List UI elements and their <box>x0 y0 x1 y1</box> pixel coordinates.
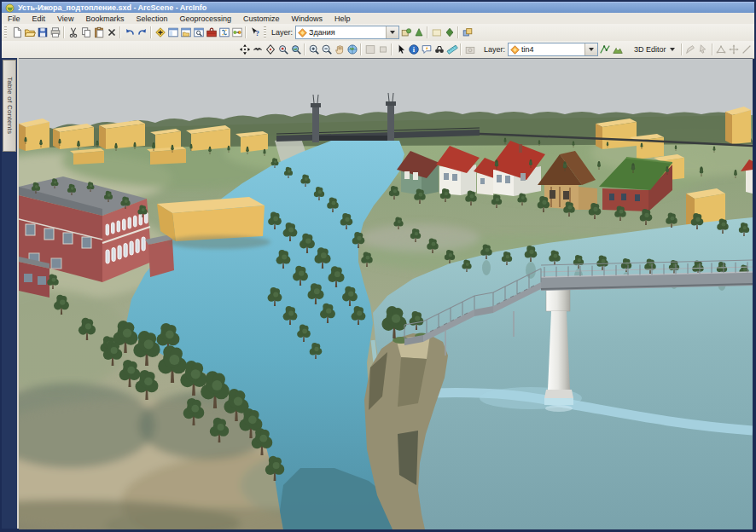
toolbar-separator <box>457 26 459 38</box>
scene-viewport-frame <box>19 58 753 529</box>
sketch-trace-icon[interactable] <box>715 43 728 57</box>
toolbar-grip[interactable] <box>264 26 266 38</box>
tin-layer-value: tin4 <box>521 45 584 54</box>
toolbar-separator <box>427 26 428 38</box>
menu-selection[interactable]: Selection <box>130 14 173 24</box>
3d-editor-label: 3D Editor <box>634 45 666 54</box>
find-icon[interactable] <box>433 43 445 57</box>
menu-bookmarks[interactable]: Bookmarks <box>79 14 130 24</box>
add-data-icon[interactable] <box>154 26 166 40</box>
measure-icon[interactable] <box>445 43 458 57</box>
edit-tool-icon[interactable] <box>697 43 710 57</box>
toc-collapsed-tab[interactable]: Table of Contents <box>3 60 16 152</box>
tin-edit-icon[interactable] <box>598 43 611 57</box>
observer-point-icon[interactable] <box>289 43 302 57</box>
prev-view-icon[interactable] <box>363 43 376 57</box>
tin-surface-icon[interactable] <box>611 43 624 57</box>
lighting-icon[interactable] <box>443 26 456 40</box>
effects-layer-value: Здания <box>309 28 386 37</box>
scene-3d-view[interactable] <box>19 59 753 529</box>
3d-editor-dropdown[interactable]: 3D Editor <box>630 43 679 57</box>
yellow-block-building <box>157 197 270 249</box>
transparency-icon[interactable] <box>430 26 443 40</box>
menu-help[interactable]: Help <box>329 14 357 24</box>
chevron-down-icon <box>670 48 675 51</box>
tin-layer-combobox[interactable]: tin4 <box>508 43 598 56</box>
effects-layer-label: Layer: <box>271 28 293 37</box>
toolbar-separator <box>63 26 65 38</box>
toolbar-separator <box>391 43 393 55</box>
toc-tab-label: Table of Contents <box>6 77 14 134</box>
undo-icon[interactable] <box>123 26 136 40</box>
zoom-to-target-icon[interactable] <box>276 43 289 57</box>
arcscene-app-icon <box>5 3 15 13</box>
move-icon[interactable] <box>728 43 741 57</box>
save-icon[interactable] <box>36 26 49 40</box>
identify-icon[interactable]: i <box>407 43 420 57</box>
toolbar-standard: ? Layer: Здания <box>2 24 754 42</box>
depth-priority-icon[interactable] <box>412 26 425 40</box>
zoom-out-icon[interactable] <box>320 43 333 57</box>
toolbar-grip[interactable] <box>4 26 7 38</box>
navigate-icon[interactable] <box>238 43 251 57</box>
open-document-icon[interactable] <box>23 26 36 40</box>
effects-layer-combobox[interactable]: Здания <box>295 26 399 39</box>
split-icon[interactable] <box>741 43 753 57</box>
toolbar-separator <box>712 43 713 55</box>
menu-bar: File Edit View Bookmarks Selection Geopr… <box>2 13 754 25</box>
paste-icon[interactable] <box>92 26 105 40</box>
menu-file[interactable]: File <box>2 14 26 24</box>
arcscene-window: Усть-Ижора_подтопление.sxd - ArcScene - … <box>0 0 756 532</box>
face-culling-icon[interactable] <box>399 26 412 40</box>
toolbar-separator <box>245 26 247 38</box>
next-view-icon[interactable] <box>376 43 389 57</box>
python-window-icon[interactable] <box>218 26 230 40</box>
arctoolbox-icon[interactable] <box>205 26 218 40</box>
tin-layer-dropdown-button[interactable] <box>584 43 597 55</box>
layer-icon <box>509 44 520 55</box>
edit-sketch-icon[interactable] <box>684 43 697 57</box>
menu-geoprocessing[interactable]: Geoprocessing <box>173 14 237 24</box>
zoom-in-icon[interactable] <box>307 43 320 57</box>
effects-layer-dropdown-button[interactable] <box>386 26 398 38</box>
print-icon[interactable] <box>49 26 61 40</box>
help-icon[interactable]: ? <box>248 26 261 40</box>
title-bar[interactable]: Усть-Ижора_подтопление.sxd - ArcScene - … <box>2 2 754 13</box>
tin-layer-label: Layer: <box>484 45 505 54</box>
window-title: Усть-Ижора_подтопление.sxd - ArcScene - … <box>18 3 206 12</box>
pan-icon[interactable] <box>333 43 346 57</box>
redo-icon[interactable] <box>136 26 148 40</box>
new-document-icon[interactable] <box>10 26 23 40</box>
modelbuilder-icon[interactable] <box>230 26 243 40</box>
full-extent-icon[interactable] <box>346 43 358 57</box>
catalog-window-icon[interactable] <box>179 26 192 40</box>
search-window-icon[interactable] <box>192 26 205 40</box>
menu-customize[interactable]: Customize <box>237 14 286 24</box>
html-popup-icon[interactable] <box>420 43 433 57</box>
snapshot-icon[interactable] <box>463 43 476 57</box>
table-of-contents-window-icon[interactable] <box>166 26 179 40</box>
svg-text:?: ? <box>255 29 259 38</box>
layer-icon <box>297 27 308 38</box>
copy-icon[interactable] <box>79 26 92 40</box>
toolbar-separator <box>460 43 462 55</box>
menu-windows[interactable]: Windows <box>286 14 329 24</box>
toolbar-separator <box>150 26 152 38</box>
select-features-icon[interactable] <box>394 43 407 57</box>
fly-icon[interactable] <box>251 43 264 57</box>
cut-icon[interactable] <box>67 26 79 40</box>
toolbar-navigation: i Layer: tin4 3D Editor A Graphic <box>2 41 754 59</box>
menu-view[interactable]: View <box>51 14 79 24</box>
center-on-target-icon[interactable] <box>264 43 276 57</box>
shade-textures-icon[interactable] <box>461 26 474 40</box>
chevron-down-icon <box>589 48 594 51</box>
toolbar-separator <box>304 43 305 55</box>
toolbar-separator <box>119 26 121 38</box>
chevron-down-icon <box>390 31 395 34</box>
menu-edit[interactable]: Edit <box>26 14 52 24</box>
toolbar-separator <box>681 43 683 55</box>
toolbar-separator <box>360 43 362 55</box>
toc-strip: Table of Contents <box>2 58 19 529</box>
delete-icon[interactable] <box>105 26 118 40</box>
